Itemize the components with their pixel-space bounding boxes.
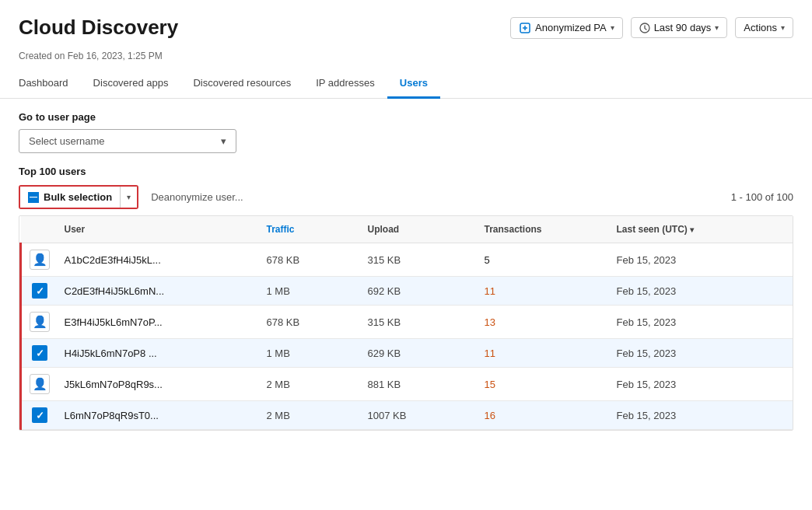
header-actions: Anonymized PA ▾ Last 90 days ▾ Actions ▾ bbox=[510, 17, 793, 39]
col-header-upload: Upload bbox=[359, 216, 475, 243]
transactions-cell: 15 bbox=[475, 368, 607, 401]
check-avatar-cell[interactable]: ✓ bbox=[21, 401, 55, 430]
actions-button[interactable]: Actions ▾ bbox=[735, 17, 793, 38]
bulk-left: Bulk selection ▾ Deanonymize user... bbox=[19, 185, 250, 209]
clock-icon bbox=[639, 23, 650, 33]
col-header-transactions: Transactions bbox=[475, 216, 607, 243]
actions-label: Actions bbox=[744, 22, 777, 33]
table-row: ✓L6mN7oP8qR9sT0...2 MB1007 KB16Feb 15, 2… bbox=[21, 401, 793, 430]
page-title: Cloud Discovery bbox=[19, 16, 178, 40]
traffic-cell: 678 KB bbox=[257, 306, 359, 339]
time-range-chevron-icon: ▾ bbox=[715, 23, 719, 32]
actions-chevron-icon: ▾ bbox=[781, 23, 785, 32]
last-seen-cell: Feb 15, 2023 bbox=[607, 339, 793, 368]
table-row: 👤E3fH4iJ5kL6mN7oP...678 KB315 KB13Feb 15… bbox=[21, 306, 793, 339]
username-placeholder: Select username bbox=[29, 135, 105, 147]
col-header-user: User bbox=[55, 216, 257, 243]
last-seen-cell: Feb 15, 2023 bbox=[607, 306, 793, 339]
users-table: User Traffic Upload Transactions Last se… bbox=[19, 215, 793, 431]
upload-cell: 315 KB bbox=[359, 243, 475, 277]
upload-cell: 881 KB bbox=[359, 368, 475, 401]
tab-discovered-resources[interactable]: Discovered resources bbox=[180, 69, 303, 99]
table-row: 👤A1bC2dE3fH4iJ5kL...678 KB315 KB5Feb 15,… bbox=[21, 243, 793, 277]
col-header-checkbox bbox=[21, 216, 55, 243]
col-header-last-seen[interactable]: Last seen (UTC) ▾ bbox=[607, 216, 793, 243]
anonymized-chevron-icon: ▾ bbox=[611, 23, 614, 32]
username-select[interactable]: Select username ▾ bbox=[19, 129, 236, 153]
col-header-traffic[interactable]: Traffic bbox=[257, 216, 359, 243]
upload-cell: 315 KB bbox=[359, 306, 475, 339]
anonymized-label: Anonymized PA bbox=[535, 22, 607, 33]
user-avatar-icon: 👤 bbox=[30, 312, 50, 332]
deanonymize-button[interactable]: Deanonymize user... bbox=[145, 188, 250, 206]
checkbox-checked[interactable]: ✓ bbox=[32, 283, 47, 299]
check-avatar-cell[interactable]: ✓ bbox=[21, 277, 55, 306]
tab-discovered-apps[interactable]: Discovered apps bbox=[81, 69, 181, 99]
user-avatar-icon: 👤 bbox=[30, 250, 50, 270]
table-header-row: User Traffic Upload Transactions Last se… bbox=[21, 216, 793, 243]
checkbox-checked[interactable]: ✓ bbox=[32, 407, 47, 423]
traffic-cell: 2 MB bbox=[257, 401, 359, 430]
time-range-button[interactable]: Last 90 days ▾ bbox=[631, 17, 728, 38]
username-chevron-icon: ▾ bbox=[221, 135, 226, 147]
bulk-chevron-icon: ▾ bbox=[127, 193, 131, 201]
last-seen-cell: Feb 15, 2023 bbox=[607, 243, 793, 277]
tab-users[interactable]: Users bbox=[387, 69, 440, 99]
checkbox-checked[interactable]: ✓ bbox=[32, 345, 47, 361]
transactions-cell: 16 bbox=[475, 401, 607, 430]
user-name-cell: E3fH4iJ5kL6mN7oP... bbox=[55, 306, 257, 339]
tab-ip-addresses[interactable]: IP addresses bbox=[303, 69, 387, 99]
upload-cell: 1007 KB bbox=[359, 401, 475, 430]
traffic-cell: 2 MB bbox=[257, 368, 359, 401]
header: Cloud Discovery Anonymized PA ▾ Last 90 … bbox=[0, 0, 812, 46]
sort-icon: ▾ bbox=[690, 225, 694, 234]
time-range-label: Last 90 days bbox=[654, 22, 712, 33]
last-seen-cell: Feb 15, 2023 bbox=[607, 401, 793, 430]
go-to-user-label: Go to user page bbox=[19, 111, 793, 123]
anonymized-pa-button[interactable]: Anonymized PA ▾ bbox=[510, 17, 623, 39]
bulk-selection-chevron-button[interactable]: ▾ bbox=[120, 187, 137, 208]
transactions-cell: 11 bbox=[475, 339, 607, 368]
bulk-selection-label: Bulk selection bbox=[44, 191, 112, 203]
page: Cloud Discovery Anonymized PA ▾ Last 90 … bbox=[0, 0, 812, 510]
bulk-selection-wrapper: Bulk selection ▾ bbox=[19, 185, 138, 209]
user-name-cell: H4iJ5kL6mN7oP8 ... bbox=[55, 339, 257, 368]
bulk-selection-button[interactable]: Bulk selection bbox=[20, 187, 120, 208]
last-seen-cell: Feb 15, 2023 bbox=[607, 277, 793, 306]
check-avatar-cell[interactable]: 👤 bbox=[21, 368, 55, 401]
user-name-cell: A1bC2dE3fH4iJ5kL... bbox=[55, 243, 257, 277]
traffic-cell: 1 MB bbox=[257, 339, 359, 368]
created-line: Created on Feb 16, 2023, 1:25 PM bbox=[0, 46, 812, 69]
check-avatar-cell[interactable]: 👤 bbox=[21, 306, 55, 339]
user-name-cell: J5kL6mN7oP8qR9s... bbox=[55, 368, 257, 401]
user-name-cell: C2dE3fH4iJ5kL6mN... bbox=[55, 277, 257, 306]
top-users-label: Top 100 users bbox=[19, 166, 793, 177]
nav-tabs: Dashboard Discovered apps Discovered res… bbox=[0, 69, 812, 99]
last-seen-cell: Feb 15, 2023 bbox=[607, 368, 793, 401]
page-count: 1 - 100 of 100 bbox=[731, 191, 793, 203]
table-row: 👤J5kL6mN7oP8qR9s...2 MB881 KB15Feb 15, 2… bbox=[21, 368, 793, 401]
upload-cell: 629 KB bbox=[359, 339, 475, 368]
anonymized-icon bbox=[519, 22, 531, 34]
bulk-bar: Bulk selection ▾ Deanonymize user... 1 -… bbox=[19, 185, 793, 209]
user-name-cell: L6mN7oP8qR9sT0... bbox=[55, 401, 257, 430]
check-avatar-cell[interactable]: ✓ bbox=[21, 339, 55, 368]
transactions-cell: 13 bbox=[475, 306, 607, 339]
content: Go to user page Select username ▾ Top 10… bbox=[0, 99, 812, 443]
table-row: ✓C2dE3fH4iJ5kL6mN...1 MB692 KB11Feb 15, … bbox=[21, 277, 793, 306]
transactions-cell: 11 bbox=[475, 277, 607, 306]
user-avatar-icon: 👤 bbox=[30, 374, 50, 394]
transactions-cell: 5 bbox=[475, 243, 607, 277]
traffic-cell: 1 MB bbox=[257, 277, 359, 306]
traffic-cell: 678 KB bbox=[257, 243, 359, 277]
bulk-selection-icon bbox=[28, 192, 39, 203]
check-avatar-cell[interactable]: 👤 bbox=[21, 243, 55, 277]
table-row: ✓H4iJ5kL6mN7oP8 ...1 MB629 KB11Feb 15, 2… bbox=[21, 339, 793, 368]
tab-dashboard[interactable]: Dashboard bbox=[19, 69, 81, 99]
upload-cell: 692 KB bbox=[359, 277, 475, 306]
